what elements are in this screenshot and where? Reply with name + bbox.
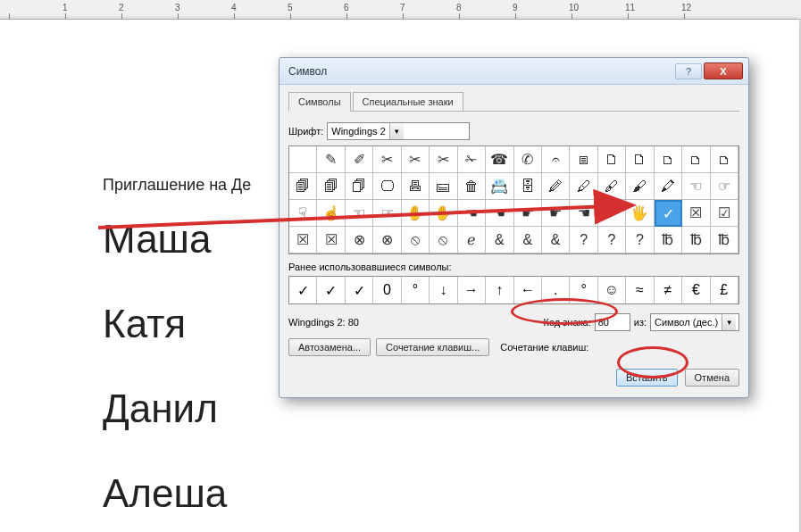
symbol-cell[interactable]: ℔ [711, 227, 738, 254]
symbol-cell[interactable]: ☒ [289, 227, 317, 254]
close-button[interactable]: X [704, 62, 743, 79]
symbol-cell[interactable]: 🗍 [346, 173, 373, 200]
symbol-cell[interactable]: ✁ [458, 146, 486, 173]
symbol-cell[interactable]: 🖉 [542, 173, 570, 200]
symbol-cell[interactable]: ☒ [682, 200, 710, 227]
symbol-cell[interactable]: 🗋 [598, 146, 626, 173]
symbol-cell[interactable]: ⦸ [402, 227, 430, 254]
symbol-cell[interactable]: ☎ [486, 146, 513, 173]
recent-symbol-cell[interactable]: ✓ [317, 277, 345, 303]
symbol-cell[interactable]: ☒ [317, 227, 345, 254]
symbol-cell[interactable]: ℔ [682, 227, 710, 254]
recent-symbol-cell[interactable]: ≈ [626, 277, 654, 303]
symbol-cell[interactable]: 🖴 [430, 173, 457, 200]
symbol-cell[interactable]: ? [598, 227, 626, 254]
symbol-cell[interactable]: ? [626, 227, 654, 254]
document-name: Алеша [103, 471, 799, 516]
symbol-cell[interactable] [289, 146, 317, 173]
symbol-cell[interactable]: ✎ [317, 146, 345, 173]
symbol-dialog: Символ ? X Символы Специальные знаки Шри… [279, 57, 749, 398]
symbol-cell[interactable]: 🖷 [402, 173, 430, 200]
from-combo-value: Символ (дес.) [655, 317, 718, 328]
symbol-cell[interactable]: ⊗ [346, 227, 373, 254]
symbol-cell[interactable]: ☚ [570, 200, 597, 227]
symbol-cell[interactable]: ✂ [373, 146, 401, 173]
symbol-cell[interactable]: & [542, 227, 570, 254]
recent-symbol-cell[interactable]: ° [402, 277, 430, 303]
symbol-cell[interactable]: ✐ [346, 146, 373, 173]
symbol-cell[interactable]: ✆ [514, 146, 542, 173]
symbol-cell[interactable]: 🗐 [317, 173, 345, 200]
recent-symbol-cell[interactable]: → [458, 277, 486, 303]
symbol-cell[interactable]: 🗅 [655, 146, 682, 173]
recent-symbol-cell[interactable]: . [542, 277, 570, 303]
help-button[interactable]: ? [675, 63, 702, 79]
autocorrect-button[interactable]: Автозамена... [288, 338, 371, 356]
symbol-cell[interactable]: ☛ [542, 200, 570, 227]
tab-symbols[interactable]: Символы [288, 92, 351, 112]
recent-symbol-cell[interactable]: ☺ [598, 277, 626, 303]
recent-symbol-cell[interactable]: ↓ [430, 277, 457, 303]
symbol-cell[interactable]: ✓ [655, 200, 682, 227]
recent-symbol-cell[interactable]: 0 [373, 277, 401, 303]
symbol-cell[interactable]: ℯ [458, 227, 486, 254]
cancel-button[interactable]: Отмена [685, 369, 739, 387]
symbol-cell[interactable]: ☛ [598, 200, 626, 227]
symbol-cell[interactable]: 🗋 [626, 146, 654, 173]
symbol-cell[interactable]: 🖐 [626, 200, 654, 227]
symbol-cell[interactable]: 🖵 [373, 173, 401, 200]
symbol-cell[interactable]: ☜ [346, 200, 373, 227]
symbol-cell[interactable]: ✂ [430, 146, 457, 173]
from-combo[interactable]: Символ (дес.) ▼ [650, 313, 739, 331]
symbol-cell[interactable]: ? [570, 227, 597, 254]
symbol-cell[interactable]: ✋ [402, 200, 430, 227]
recent-symbol-cell[interactable]: ° [570, 277, 597, 303]
dropdown-icon[interactable]: ▼ [389, 123, 404, 139]
recent-symbol-cell[interactable]: ≠ [655, 277, 682, 303]
symbol-cell[interactable]: 🖍 [655, 173, 682, 200]
recent-symbol-cell[interactable]: £ [711, 277, 738, 303]
shortcut-button[interactable]: Сочетание клавиш... [376, 338, 489, 356]
font-label: Шрифт: [288, 126, 323, 137]
symbol-cell[interactable]: ☛ [514, 200, 542, 227]
symbol-cell[interactable]: ⦸ [430, 227, 457, 254]
symbol-cell[interactable]: ⊗ [373, 227, 401, 254]
symbol-cell[interactable]: 🗅 [682, 146, 710, 173]
recent-symbol-cell[interactable]: € [682, 277, 710, 303]
tab-special-chars[interactable]: Специальные знаки [353, 92, 463, 111]
symbol-cell[interactable]: ☞ [373, 200, 401, 227]
symbol-cell[interactable]: 𝄐 [542, 146, 570, 173]
symbol-cell[interactable]: 🗅 [711, 146, 738, 173]
symbol-cell[interactable]: ☚ [458, 200, 486, 227]
symbol-cell[interactable]: ☝ [317, 200, 345, 227]
symbol-cell[interactable]: & [514, 227, 542, 254]
symbol-cell[interactable]: 📇 [486, 173, 513, 200]
recent-symbol-cell[interactable]: ← [514, 277, 542, 303]
ruler: 123456789101112 [0, 0, 801, 20]
symbol-cell[interactable]: 🗉 [570, 146, 597, 173]
symbol-cell[interactable]: 🗐 [289, 173, 317, 200]
recent-symbol-cell[interactable]: ↑ [486, 277, 513, 303]
symbol-cell[interactable]: ☑ [711, 200, 738, 227]
font-combo-value: Wingdings 2 [331, 126, 386, 137]
recent-symbol-cell[interactable]: ✓ [346, 277, 373, 303]
symbol-cell[interactable]: 🗑 [458, 173, 486, 200]
symbol-cell[interactable]: 🖋 [598, 173, 626, 200]
insert-button[interactable]: Вставить [616, 369, 678, 387]
symbol-cell[interactable]: ✋ [430, 200, 457, 227]
dialog-titlebar[interactable]: Символ ? X [280, 58, 748, 85]
font-combo[interactable]: Wingdings 2 ▼ [327, 122, 470, 140]
recent-symbol-cell[interactable]: ✓ [289, 277, 317, 303]
symbol-cell[interactable]: ☞ [711, 173, 738, 200]
symbol-cell[interactable]: ☜ [682, 173, 710, 200]
symbol-cell[interactable]: ☟ [289, 200, 317, 227]
symbol-cell[interactable]: 🖌 [626, 173, 654, 200]
symbol-cell[interactable]: 🗄 [514, 173, 542, 200]
symbol-cell[interactable]: & [486, 227, 513, 254]
code-input[interactable] [595, 313, 630, 331]
symbol-cell[interactable]: ✂ [402, 146, 430, 173]
symbol-cell[interactable]: 🖊 [570, 173, 597, 200]
symbol-cell[interactable]: ℔ [655, 227, 682, 254]
symbol-cell[interactable]: ☚ [486, 200, 513, 227]
dropdown-icon[interactable]: ▼ [722, 314, 736, 330]
